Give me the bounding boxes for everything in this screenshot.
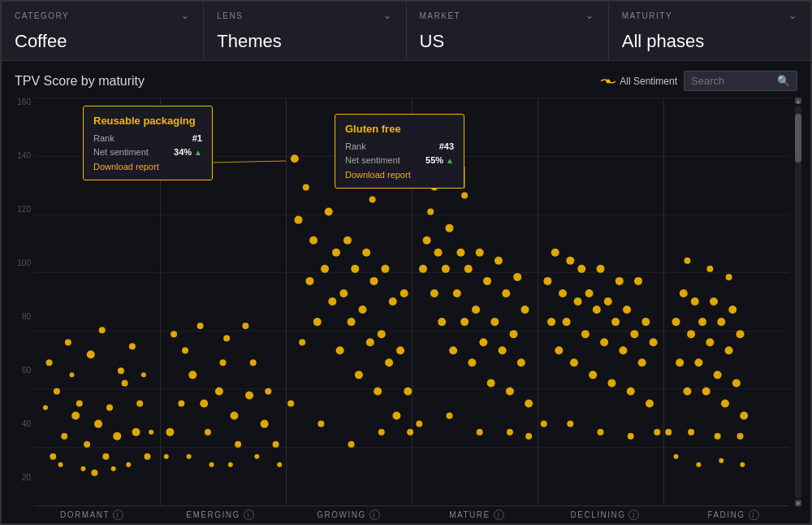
tooltip-2-title: Gluten free — [345, 123, 454, 135]
svg-point-68 — [348, 318, 356, 326]
search-input[interactable] — [691, 75, 772, 87]
svg-point-19 — [129, 343, 136, 349]
search-box[interactable]: 🔍 — [684, 71, 797, 91]
svg-point-47 — [209, 462, 214, 467]
y-label-140: 140 — [17, 151, 31, 160]
svg-point-138 — [585, 289, 594, 297]
svg-point-124 — [525, 433, 532, 440]
filter-bar: CATEGORY ⌄ Coffee LENS ⌄ Themes MARKET ⌄… — [2, 2, 810, 61]
category-filter[interactable]: CATEGORY ⌄ Coffee — [2, 2, 204, 60]
svg-point-162 — [676, 358, 684, 367]
category-chevron: ⌄ — [181, 10, 191, 21]
svg-point-28 — [70, 372, 75, 377]
scroll-up-button[interactable]: ▲ — [795, 98, 801, 104]
lens-value: Themes — [217, 31, 392, 52]
rank-label-2: Rank — [345, 141, 366, 151]
tooltip-2-download[interactable]: Download report — [345, 170, 454, 180]
svg-point-167 — [694, 358, 702, 367]
svg-point-23 — [111, 466, 116, 471]
svg-point-163 — [680, 289, 688, 297]
svg-point-185 — [696, 462, 701, 467]
scrollbar-thumb[interactable] — [795, 114, 801, 163]
emerging-info-icon[interactable]: i — [244, 510, 254, 520]
svg-point-187 — [740, 462, 745, 467]
svg-point-104 — [468, 358, 476, 367]
svg-point-83 — [404, 387, 412, 395]
svg-point-30 — [166, 428, 174, 436]
chart-controls: All Sentiment 🔍 — [601, 71, 797, 91]
growing-info-icon[interactable]: i — [369, 510, 380, 520]
svg-point-134 — [570, 358, 578, 367]
svg-point-145 — [611, 318, 620, 326]
rank-label: Rank — [93, 133, 114, 143]
svg-point-86 — [348, 441, 355, 448]
y-label-20: 20 — [22, 473, 31, 482]
svg-point-137 — [581, 330, 590, 338]
svg-point-103 — [464, 265, 473, 273]
svg-point-39 — [235, 441, 241, 448]
net-sentiment-label: Net sentiment — [93, 147, 149, 157]
svg-point-98 — [446, 224, 454, 232]
svg-point-157 — [567, 421, 573, 427]
scroll-up-icon: ▲ — [796, 98, 801, 104]
svg-point-16 — [87, 350, 95, 358]
svg-point-21 — [80, 466, 85, 471]
svg-point-182 — [715, 433, 721, 440]
svg-point-131 — [559, 289, 567, 297]
svg-point-87 — [378, 429, 385, 436]
svg-point-99 — [449, 346, 457, 354]
svg-point-26 — [149, 430, 153, 435]
declining-info-icon[interactable]: i — [628, 510, 639, 520]
svg-point-27 — [43, 406, 48, 410]
dormant-info-icon[interactable]: i — [113, 510, 123, 520]
tooltip-1-download[interactable]: Download report — [93, 162, 202, 171]
svg-point-44 — [273, 441, 279, 448]
phase-dormant: DORMANT i — [28, 510, 156, 520]
maturity-label: MATURITY — [622, 11, 672, 20]
svg-point-92 — [423, 236, 431, 245]
svg-point-156 — [541, 421, 547, 427]
svg-point-2 — [61, 433, 67, 440]
svg-point-168 — [698, 318, 706, 326]
svg-point-5 — [84, 441, 90, 448]
growing-label: GROWING — [317, 510, 366, 519]
svg-point-3 — [71, 412, 80, 420]
maturity-filter[interactable]: MATURITY ⌄ All phases — [609, 2, 810, 60]
svg-point-51 — [171, 331, 177, 337]
svg-point-139 — [589, 371, 597, 379]
svg-point-122 — [477, 429, 483, 436]
svg-point-55 — [291, 154, 299, 163]
fading-info-icon[interactable]: i — [749, 510, 759, 520]
svg-point-90 — [369, 197, 376, 203]
market-filter[interactable]: MARKET ⌄ US — [407, 2, 609, 60]
svg-point-160 — [654, 429, 660, 436]
svg-point-41 — [250, 359, 257, 366]
svg-point-136 — [577, 265, 585, 273]
svg-point-128 — [547, 318, 555, 326]
scroll-down-button[interactable]: ▼ — [795, 500, 801, 506]
svg-point-188 — [684, 258, 690, 264]
svg-point-183 — [737, 433, 744, 440]
svg-point-97 — [442, 265, 450, 273]
dormant-label: DORMANT — [60, 510, 110, 519]
market-value: US — [420, 31, 595, 52]
svg-point-118 — [521, 306, 529, 314]
svg-point-59 — [305, 277, 313, 285]
svg-point-66 — [339, 289, 348, 297]
svg-point-25 — [145, 453, 151, 460]
mature-info-icon[interactable]: i — [494, 510, 504, 520]
svg-point-76 — [378, 330, 386, 338]
svg-point-108 — [483, 277, 491, 285]
svg-point-33 — [182, 347, 188, 354]
svg-point-24 — [126, 462, 131, 467]
sentiment-button[interactable]: All Sentiment — [601, 76, 677, 87]
phase-labels: DORMANT i EMERGING i GROWING i MATURE i … — [28, 506, 797, 523]
svg-point-117 — [517, 358, 525, 367]
svg-point-180 — [665, 429, 672, 436]
lens-filter[interactable]: LENS ⌄ Themes — [204, 2, 406, 60]
svg-point-38 — [230, 412, 238, 420]
net-sentiment-label-2: Net sentiment — [345, 155, 400, 165]
svg-point-126 — [461, 192, 468, 198]
scroll-down-icon: ▼ — [796, 501, 801, 506]
svg-point-161 — [672, 318, 680, 326]
